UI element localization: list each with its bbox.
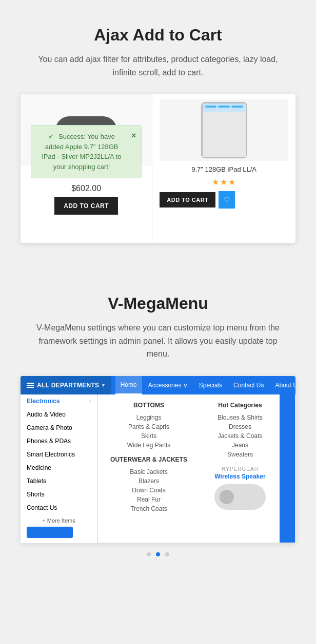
promo-product-name[interactable]: Wireless Speaker bbox=[198, 473, 283, 480]
right-add-to-cart-button[interactable]: ADD TO CART bbox=[160, 192, 215, 207]
dot-2[interactable] bbox=[156, 552, 160, 556]
nav-link-specials[interactable]: Specials bbox=[194, 376, 227, 394]
sidebar-cat-camera[interactable]: Camera & Photo bbox=[21, 421, 97, 434]
mega-title: V-MegaMenu bbox=[21, 294, 295, 313]
add-to-cart-button[interactable]: ADD TO CART bbox=[54, 197, 118, 215]
hot-item-jackets[interactable]: Jackets & Coats bbox=[198, 431, 283, 441]
hot-categories-title: Hot Categories bbox=[198, 402, 283, 409]
mega-mockup: ALL DEPARTMENTS ▾ Home Accessories ∨ Spe… bbox=[21, 376, 295, 543]
more-items-text[interactable]: + More Items bbox=[27, 517, 91, 524]
sidebar-cat-camera-label: Camera & Photo bbox=[27, 424, 72, 431]
departments-chevron-icon: ▾ bbox=[102, 383, 105, 388]
sidebar-cat-audio[interactable]: Audio & Video bbox=[21, 408, 97, 421]
sidebar-cat-smart[interactable]: Smart Electronics bbox=[21, 448, 97, 461]
right-product-name: 9.7" 128GB iPad LL/A bbox=[160, 165, 288, 174]
departments-button[interactable]: ALL DEPARTMENTS ▾ bbox=[21, 376, 111, 394]
mega-col-bottoms: Bottoms Leggings Pants & Capris Skirts W… bbox=[106, 402, 198, 535]
item-down-coats[interactable]: Down Coats bbox=[106, 486, 191, 495]
promo-speaker-image bbox=[214, 484, 266, 510]
wishlist-button[interactable]: ♡ bbox=[219, 191, 235, 209]
sidebar-cat-electronics[interactable]: Electronics › bbox=[21, 394, 97, 408]
hamburger-icon bbox=[27, 383, 34, 388]
departments-label: ALL DEPARTMENTS bbox=[37, 382, 99, 389]
item-leggings[interactable]: Leggings bbox=[106, 413, 191, 422]
product-card-left: r Wars $602.00 ADD TO CART ✔ Success: Yo… bbox=[21, 94, 152, 243]
sidebar-cat-tablets-label: Tablets bbox=[27, 477, 46, 485]
sidebar-cat-contact[interactable]: Contact Us bbox=[21, 501, 97, 514]
close-notification-button[interactable]: × bbox=[131, 130, 136, 142]
hot-item-sweaters[interactable]: Sweaters bbox=[198, 450, 283, 459]
sidebar-cat-audio-label: Audio & Video bbox=[27, 411, 66, 418]
ipad-bar-3 bbox=[231, 106, 243, 108]
sidebar-chevron-icon: › bbox=[89, 398, 91, 404]
nav-link-contact[interactable]: Contact Us bbox=[228, 376, 269, 394]
ipad-screen bbox=[203, 112, 246, 157]
mega-description: V-MegaMenu settings where you can custom… bbox=[35, 321, 281, 361]
item-blazers[interactable]: Blazers bbox=[106, 476, 191, 486]
product-image-right bbox=[160, 99, 288, 161]
mega-dropdown: Bottoms Leggings Pants & Capris Skirts W… bbox=[97, 394, 295, 543]
sidebar-cat-tablets[interactable]: Tablets bbox=[21, 474, 97, 488]
ajax-mockup: r Wars $602.00 ADD TO CART ✔ Success: Yo… bbox=[21, 94, 295, 243]
nav-link-accessories[interactable]: Accessories ∨ bbox=[143, 376, 193, 394]
item-basic-jackets[interactable]: Basic Jackets bbox=[106, 467, 191, 476]
outerwear-title: Outerwear & Jackets bbox=[106, 456, 191, 463]
success-text: Success: You have added Apple 9.7" 128GB… bbox=[42, 133, 122, 171]
success-notification: ✔ Success: You have added Apple 9.7" 128… bbox=[31, 125, 142, 178]
mega-topnav: ALL DEPARTMENTS ▾ Home Accessories ∨ Spe… bbox=[21, 376, 295, 394]
ajax-title: Ajax Add to Cart bbox=[21, 26, 295, 45]
sidebar-cat-shorts[interactable]: Shorts bbox=[21, 488, 97, 501]
ajax-section: Ajax Add to Cart You can add ajax filter… bbox=[0, 0, 316, 263]
hot-item-blouses[interactable]: Blouses & Shirts bbox=[198, 413, 283, 422]
ipad-bar-2 bbox=[218, 106, 230, 108]
nav-link-home[interactable]: Home bbox=[115, 376, 142, 394]
dot-3[interactable] bbox=[165, 552, 169, 556]
hot-item-dresses[interactable]: Dresses bbox=[198, 422, 283, 431]
ipad-image bbox=[201, 102, 247, 158]
hot-item-jeans[interactable]: Jeans bbox=[198, 441, 283, 450]
mockup-inner: r Wars $602.00 ADD TO CART ✔ Success: Yo… bbox=[21, 94, 295, 243]
item-wide-leg[interactable]: Wide Leg Pants bbox=[106, 441, 191, 450]
sidebar-cat-medicine-label: Medicine bbox=[27, 464, 51, 471]
mega-sidebar: Electronics › Audio & Video Camera & Pho… bbox=[21, 394, 97, 543]
success-icon: ✔ bbox=[48, 133, 54, 140]
item-pants-capris[interactable]: Pants & Capris bbox=[106, 422, 191, 431]
dot-1[interactable] bbox=[147, 552, 151, 556]
ipad-top-bar bbox=[203, 103, 246, 112]
item-real-fur[interactable]: Real Fur bbox=[106, 495, 191, 504]
product-card-right: 9.7" 128GB iPad LL/A ★★★ ADD TO CART ♡ bbox=[152, 94, 295, 243]
carousel-dots bbox=[21, 543, 295, 565]
product-stars: ★★★ bbox=[160, 177, 288, 187]
sidebar-cat-smart-label: Smart Electronics bbox=[27, 451, 75, 458]
ipad-bar-1 bbox=[205, 106, 217, 108]
more-items-area: + More Items bbox=[21, 514, 97, 543]
sidebar-cat-shorts-label: Shorts bbox=[27, 491, 45, 498]
nav-links: Home Accessories ∨ Specials Contact Us A… bbox=[111, 376, 295, 394]
sidebar-cat-phones-label: Phones & PDAs bbox=[27, 438, 71, 445]
nav-link-about[interactable]: About Us bbox=[270, 376, 295, 394]
sidebar-cat-electronics-label: Electronics bbox=[27, 398, 60, 405]
item-skirts[interactable]: Skirts bbox=[106, 431, 191, 441]
promo-brand: HYPERGEAR bbox=[198, 466, 283, 472]
bottoms-title: Bottoms bbox=[106, 402, 191, 409]
product-price: $602.00 bbox=[21, 181, 152, 197]
sidebar-cat-contact-label: Contact Us bbox=[27, 504, 57, 511]
sidebar-cat-medicine[interactable]: Medicine bbox=[21, 461, 97, 474]
blue-accent-bar bbox=[280, 394, 295, 543]
mega-section: V-MegaMenu V-MegaMenu settings where you… bbox=[0, 263, 316, 585]
sidebar-cat-phones[interactable]: Phones & PDAs bbox=[21, 434, 97, 448]
right-cart-area: ADD TO CART ♡ bbox=[160, 191, 288, 209]
ajax-description: You can add ajax filter for attributes, … bbox=[35, 53, 281, 79]
item-trench-coats[interactable]: Trench Coats bbox=[106, 504, 191, 513]
mega-body: Electronics › Audio & Video Camera & Pho… bbox=[21, 394, 295, 543]
more-btn[interactable] bbox=[27, 527, 73, 538]
mega-hot-col: Hot Categories Blouses & Shirts Dresses … bbox=[198, 402, 287, 535]
